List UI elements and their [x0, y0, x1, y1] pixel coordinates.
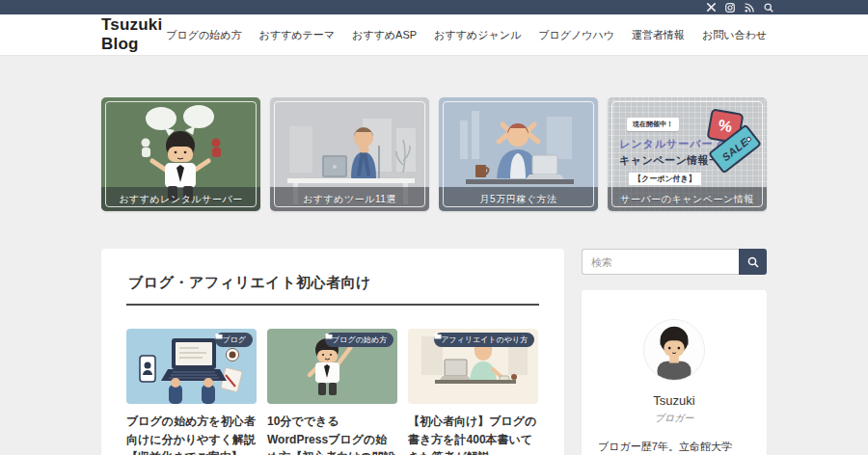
profile-name: Tsuzuki — [598, 393, 750, 408]
content-row: ブログ・アフィリエイト初心者向け — [101, 249, 767, 455]
article-card-how-to-write[interactable]: アフィリエイトのやり方 【初心者向け】ブログの書き方を計400本書いてきた筆者が… — [408, 329, 538, 455]
article-title[interactable]: 【初心者向け】ブログの書き方を計400本書いてきた筆者が解説 — [408, 413, 538, 455]
profile-role: ブロガー — [598, 412, 750, 425]
main-content-card: ブログ・アフィリエイト初心者向け — [101, 249, 564, 455]
article-title[interactable]: 10分でできるWordPressブログの始め方【初心者向けの開設方法】 — [267, 413, 397, 455]
folder-icon — [434, 333, 442, 339]
featured-card-earn-money[interactable]: 月5万円稼ぐ方法 — [439, 97, 598, 211]
category-badge[interactable]: アフィリエイトのやり方 — [434, 333, 534, 347]
featured-caption: サーバーのキャンペーン情報 — [620, 193, 753, 206]
article-thumbnail: ブログ — [126, 329, 257, 404]
profile-bio: ブロガー歴7年。立命館大学卒。2019年にTsuzuki Blogを開設し、約1… — [598, 438, 750, 455]
category-badge[interactable]: ブログの始め方 — [325, 333, 393, 347]
campaign-badge: 現在開催中！ — [627, 118, 679, 131]
nav-item-genres[interactable]: おすすめジャンル — [434, 28, 521, 42]
search-icon[interactable] — [764, 3, 773, 13]
search-button[interactable] — [739, 249, 767, 275]
article-title[interactable]: ブログの始め方を初心者向けに分かりやすく解説【収益化までご案内】 — [126, 413, 257, 455]
article-card-blog-start[interactable]: ブログ ブログの始め方を初心者向けに分かりやすく解説【収益化までご案内】 202… — [126, 329, 257, 455]
nav-item-operator-info[interactable]: 運営者情報 — [632, 28, 685, 42]
campaign-line3: 【クーポン付き】 — [629, 173, 701, 185]
search-input[interactable] — [582, 249, 739, 275]
featured-caption: 月5万円稼ぐ方法 — [480, 193, 557, 206]
featured-caption: おすすめツール11選 — [303, 193, 396, 206]
nav-item-themes[interactable]: おすすめテーマ — [259, 28, 336, 42]
topbar — [0, 0, 868, 14]
article-list: ブログ ブログの始め方を初心者向けに分かりやすく解説【収益化までご案内】 202… — [126, 329, 539, 455]
avatar — [643, 319, 705, 381]
featured-card-rental-server[interactable]: おすすめレンタルサーバー — [101, 97, 260, 211]
site-header: Tsuzuki Blog ブログの始め方 おすすめテーマ おすすめASP おすす… — [0, 14, 868, 56]
nav-item-contact[interactable]: お問い合わせ — [702, 28, 767, 42]
sidebar: Tsuzuki ブロガー ブロガー歴7年。立命館大学卒。2019年にTsuzuk… — [582, 249, 767, 455]
category-badge[interactable]: ブログ — [215, 333, 253, 347]
folder-icon — [325, 333, 333, 339]
featured-caption: おすすめレンタルサーバー — [119, 193, 242, 206]
rss-icon[interactable] — [745, 3, 754, 13]
x-social-icon[interactable] — [707, 3, 716, 13]
featured-card-tools[interactable]: おすすめツール11選 — [270, 97, 429, 211]
profile-card: Tsuzuki ブロガー ブロガー歴7年。立命館大学卒。2019年にTsuzuk… — [582, 290, 767, 455]
instagram-icon[interactable] — [725, 3, 735, 13]
featured-card-server-campaign[interactable]: 現在開催中！ レンタルサーバー の キャンペーン情報一覧 【クーポン付き】 % … — [608, 97, 767, 211]
search-icon — [747, 256, 759, 268]
folder-icon — [215, 333, 223, 339]
avatar-illustration — [644, 320, 704, 380]
featured-cards-row: おすすめレンタルサーバー おすすめツール11選 — [101, 97, 767, 211]
nav-item-how-to-start[interactable]: ブログの始め方 — [166, 28, 241, 42]
section-title: ブログ・アフィリエイト初心者向け — [126, 272, 539, 306]
article-card-wordpress[interactable]: ブログの始め方 10分でできるWordPressブログの始め方【初心者向けの開設… — [267, 329, 397, 455]
sidebar-search — [582, 249, 767, 275]
site-logo[interactable]: Tsuzuki Blog — [101, 15, 166, 54]
article-thumbnail: アフィリエイトのやり方 — [408, 329, 538, 404]
nav-item-asp[interactable]: おすすめASP — [352, 28, 417, 42]
article-thumbnail: ブログの始め方 — [267, 329, 397, 404]
nav-item-knowhow[interactable]: ブログノウハウ — [538, 28, 614, 42]
main-nav: ブログの始め方 おすすめテーマ おすすめASP おすすめジャンル ブログノウハウ… — [166, 28, 767, 42]
